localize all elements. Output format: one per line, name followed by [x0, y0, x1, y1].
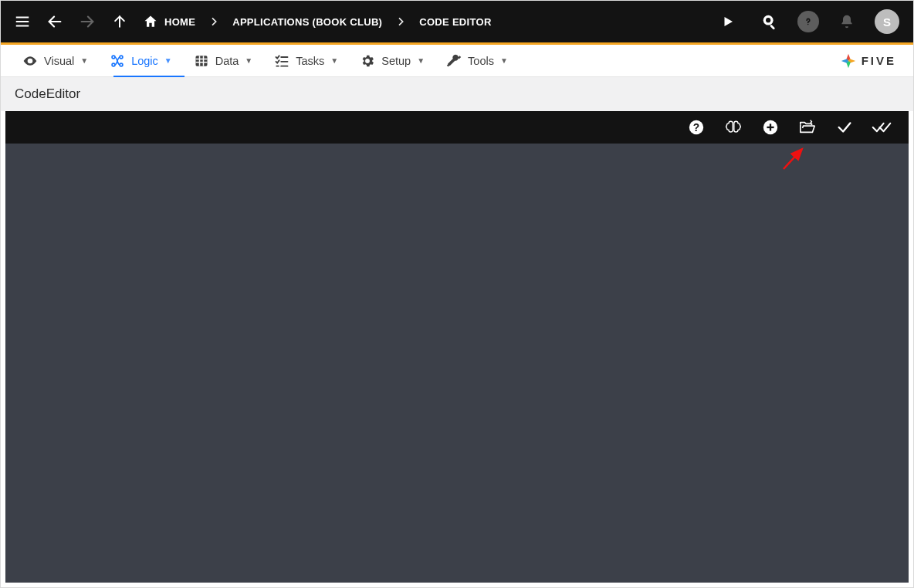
tab-tools[interactable]: Tools ▼	[435, 45, 519, 76]
breadcrumb-editor-label: CODE EDITOR	[419, 16, 491, 28]
tab-data[interactable]: Data ▼	[183, 45, 264, 76]
save-all-button[interactable]	[872, 117, 892, 137]
chevron-right-icon	[391, 12, 410, 31]
grid-icon	[194, 53, 209, 69]
brand-logo-text: FIVE	[862, 54, 896, 67]
dropdown-icon: ▼	[164, 56, 172, 65]
top-app-bar: HOME APPLICATIONS (BOOK CLUB) CODE EDITO…	[1, 1, 913, 42]
svg-point-15	[120, 63, 123, 66]
brand-logo: FIVE	[840, 52, 902, 69]
avatar-initial: S	[883, 15, 891, 29]
tab-visual-label: Visual	[44, 55, 74, 67]
up-icon[interactable]	[106, 8, 134, 35]
svg-marker-6	[725, 17, 733, 26]
tab-setup[interactable]: Setup ▼	[349, 45, 435, 76]
tab-data-label: Data	[215, 55, 239, 67]
svg-text:?: ?	[693, 122, 699, 133]
tab-visual[interactable]: Visual ▼	[12, 45, 99, 76]
tab-tasks[interactable]: Tasks ▼	[263, 45, 349, 76]
save-button[interactable]	[834, 117, 855, 137]
svg-point-13	[120, 56, 123, 59]
notifications-icon[interactable]	[833, 8, 861, 35]
ai-button[interactable]	[723, 117, 743, 137]
dropdown-icon: ▼	[245, 56, 252, 65]
dropdown-icon: ▼	[330, 56, 338, 65]
breadcrumb-editor[interactable]: CODE EDITOR	[415, 16, 496, 28]
svg-point-14	[112, 63, 115, 66]
breadcrumb-home-label: HOME	[164, 16, 195, 28]
svg-marker-29	[841, 59, 848, 63]
open-folder-icon	[798, 119, 817, 136]
home-icon	[143, 14, 158, 29]
gear-icon	[360, 53, 375, 69]
svg-rect-9	[770, 24, 775, 29]
dropdown-icon: ▼	[500, 56, 508, 65]
svg-point-12	[112, 56, 115, 59]
editor-toolbar: ?	[5, 111, 909, 144]
breadcrumb-home[interactable]: HOME	[138, 14, 200, 29]
tab-tasks-label: Tasks	[296, 55, 324, 67]
play-icon[interactable]	[714, 8, 742, 35]
search-icon[interactable]	[756, 8, 784, 35]
open-button[interactable]	[797, 117, 818, 137]
dropdown-icon: ▼	[417, 56, 425, 65]
tab-logic[interactable]: Logic ▼	[99, 45, 183, 76]
breadcrumb-applications[interactable]: APPLICATIONS (BOOK CLUB)	[228, 16, 387, 28]
dropdown-icon: ▼	[80, 56, 88, 65]
tab-setup-label: Setup	[381, 55, 411, 67]
forward-icon	[73, 8, 101, 35]
double-check-icon	[872, 119, 892, 136]
tools-icon	[446, 53, 462, 69]
logic-icon	[110, 53, 125, 69]
add-button[interactable]	[760, 117, 780, 137]
eye-icon	[22, 53, 38, 69]
svg-point-11	[29, 59, 31, 62]
tasks-icon	[274, 53, 289, 69]
check-icon	[836, 119, 853, 136]
active-tab-underline	[113, 76, 184, 77]
chevron-right-icon	[205, 12, 223, 31]
menu-icon[interactable]	[8, 8, 36, 35]
code-editor-area[interactable]	[5, 144, 909, 583]
five-logo-icon	[840, 52, 857, 69]
help-icon[interactable]	[797, 11, 819, 32]
page-subheader: CodeEditor	[1, 77, 913, 111]
help-button[interactable]: ?	[686, 117, 706, 137]
breadcrumb-applications-label: APPLICATIONS (BOOK CLUB)	[232, 16, 382, 28]
svg-point-10	[807, 24, 809, 25]
page-title: CodeEditor	[15, 86, 80, 102]
tab-logic-label: Logic	[131, 55, 158, 67]
brain-icon	[724, 119, 743, 136]
svg-point-8	[766, 18, 770, 22]
main-tab-strip: Visual ▼ Logic ▼ Data ▼ Tasks ▼ Setup ▼ …	[1, 45, 913, 77]
tab-tools-label: Tools	[468, 55, 494, 67]
avatar[interactable]: S	[875, 9, 899, 34]
back-icon[interactable]	[41, 8, 69, 35]
